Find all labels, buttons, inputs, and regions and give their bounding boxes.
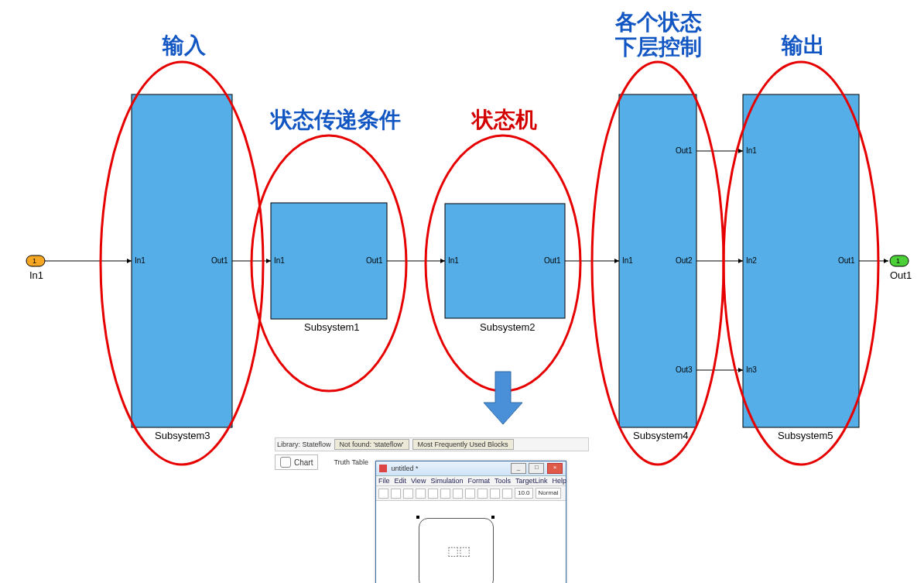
- label-state-machine: 状态机: [472, 105, 537, 135]
- port-label: In1: [746, 146, 757, 155]
- port-label: Out2: [676, 256, 693, 265]
- block-name-subsystem1: Subsystem1: [304, 321, 360, 333]
- inset-truthtable-label[interactable]: Truth Table: [334, 458, 368, 466]
- stateflow-chart-block[interactable]: ⬚⬚: [419, 518, 494, 583]
- port-label: In2: [746, 256, 757, 265]
- label-lower-control-2: 下层控制: [615, 33, 702, 62]
- label-input: 输入: [163, 31, 206, 60]
- port-label: Out1: [366, 256, 383, 265]
- menu-format[interactable]: Format: [467, 477, 490, 485]
- sim-time-field[interactable]: 10.0: [515, 488, 533, 499]
- play-icon[interactable]: [490, 489, 500, 499]
- window-title: untitled *: [392, 465, 419, 472]
- outport-number: 1: [896, 257, 900, 265]
- chart-glyph-icon: ⬚⬚: [447, 544, 471, 558]
- menu-help[interactable]: Help: [552, 477, 566, 485]
- cut-icon[interactable]: [428, 489, 438, 499]
- port-label: Out1: [211, 256, 228, 265]
- undo-icon[interactable]: [465, 489, 475, 499]
- label-output: 输出: [782, 31, 825, 60]
- menu-tools[interactable]: Tools: [495, 477, 511, 485]
- block-name-subsystem4: Subsystem4: [633, 430, 689, 441]
- block-name-subsystem2: Subsystem2: [480, 321, 536, 333]
- menu-bar: File Edit View Simulation Format Tools T…: [376, 476, 566, 486]
- menu-edit[interactable]: Edit: [395, 477, 407, 485]
- inset-library-label: Library: Stateflow: [277, 441, 331, 448]
- port-label: In1: [135, 256, 145, 265]
- inset-chart-button[interactable]: Chart: [275, 454, 318, 470]
- port-label: In1: [448, 256, 459, 265]
- inport-number: 1: [33, 257, 36, 265]
- new-icon[interactable]: [378, 489, 388, 499]
- port-label: In3: [746, 365, 757, 374]
- inset-tab-mostused[interactable]: Most Frequently Used Blocks: [412, 439, 514, 450]
- redo-icon[interactable]: [477, 489, 488, 499]
- copy-icon[interactable]: [440, 489, 450, 499]
- print-icon[interactable]: [416, 489, 426, 499]
- port-label: Out1: [544, 256, 561, 265]
- save-icon[interactable]: [403, 489, 413, 499]
- label-transition: 状态传递条件: [271, 105, 401, 135]
- port-label: Out1: [838, 256, 855, 265]
- outport-label: Out1: [890, 269, 912, 281]
- simulink-icon: [379, 465, 387, 472]
- menu-simulation[interactable]: Simulation: [430, 477, 463, 485]
- block-name-subsystem5: Subsystem5: [778, 430, 833, 441]
- port-label: In1: [274, 256, 285, 265]
- menu-file[interactable]: File: [378, 477, 390, 485]
- inport-label: In1: [29, 269, 43, 281]
- stop-icon[interactable]: [502, 489, 512, 499]
- minimize-button[interactable]: _: [511, 463, 526, 474]
- menu-view[interactable]: View: [411, 477, 426, 485]
- inset-tab-notfound[interactable]: Not found: 'stateflow': [334, 439, 409, 450]
- toolbar: 10.0 Normal: [376, 486, 566, 501]
- close-button[interactable]: ×: [547, 463, 563, 474]
- menu-targetlink[interactable]: TargetLink: [515, 477, 548, 485]
- maximize-button[interactable]: □: [529, 463, 544, 474]
- open-icon[interactable]: [391, 489, 401, 499]
- chart-icon: [280, 457, 291, 468]
- simulink-canvas[interactable]: ⬚⬚ Chart: [376, 501, 566, 583]
- down-arrow-icon: [484, 372, 522, 424]
- paste-icon[interactable]: [453, 489, 463, 499]
- block-name-subsystem3: Subsystem3: [155, 430, 210, 441]
- port-label: In1: [622, 256, 633, 265]
- port-label: Out1: [676, 146, 693, 155]
- sim-mode-select[interactable]: Normal: [536, 488, 562, 499]
- port-label: Out3: [676, 365, 693, 374]
